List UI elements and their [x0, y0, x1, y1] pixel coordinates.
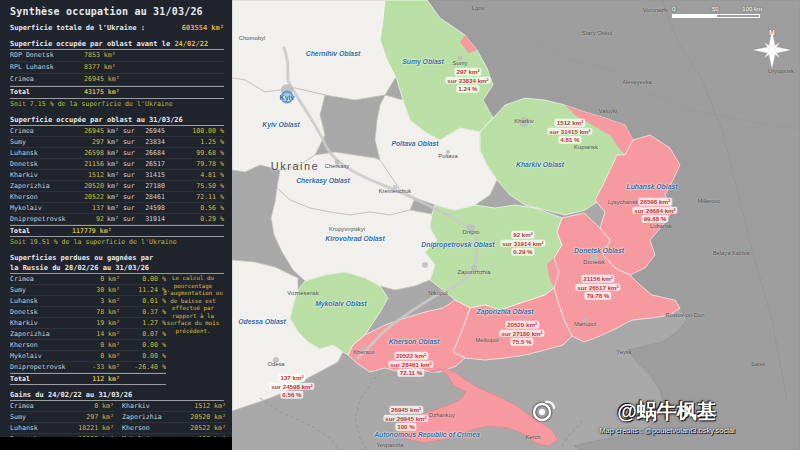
section-before-share-line: Soit 7.15 % de la superficie de l'Ukrain…: [10, 99, 224, 110]
row-occupied-value: 26945: [72, 126, 104, 136]
row-delta-percent: 0.37 %: [120, 307, 166, 317]
row-delta-value: 30 km²: [80, 285, 120, 295]
city-label: Rostov-on-Don: [666, 312, 705, 318]
compass-rose: N: [752, 28, 792, 37]
oblast-label: Dnipropetrovsk Oblast: [421, 241, 494, 248]
stat-row: Kherson 20522 km²: [122, 423, 226, 434]
row-unit: km² sur: [104, 126, 137, 136]
row-delta-value: 3 km²: [80, 296, 120, 306]
stat-occupied-line: 92 km²: [511, 231, 535, 239]
map-svg: [232, 0, 800, 450]
stat-row: Kharkiv 19 km² 1.27 %: [10, 318, 166, 329]
section-gains-header: Gains du 24/02/22 au 31/03/26: [10, 390, 224, 401]
stat-row: Luhansk 3 km² 0.01 %: [10, 296, 166, 307]
city-label: Odesa: [267, 361, 284, 367]
row-label: Kharkiv: [10, 318, 80, 328]
row-occupied-value: 20522: [72, 192, 104, 202]
stat-occupied-line: 297 km²: [454, 68, 481, 76]
stat-row: Crimea 0 km²: [10, 401, 114, 412]
city-label: Yeysk: [616, 349, 631, 355]
stat-row: Zaporizhia 14 km² 0.07 %: [10, 329, 166, 340]
row-delta-percent: 1.27 %: [120, 318, 166, 328]
row-label: Sumy: [10, 285, 80, 295]
compass-rose-icon: [752, 28, 792, 72]
row-unit: km² sur: [104, 192, 137, 202]
city-label: Poltava: [438, 153, 457, 159]
section-current-total: Total 117779 km²: [10, 225, 224, 237]
section-monthly-delta: Superficies perdues ou gagnées par la Ru…: [10, 253, 224, 385]
stat-row: Sumy 30 km² 11.24 %: [10, 285, 166, 296]
stat-row: Luhansk 18221 km²: [10, 423, 114, 434]
row-unit: km² sur: [104, 159, 137, 169]
oblast-label: Kherson Oblast: [389, 338, 440, 345]
stat-total-line: sur 28461 km²: [388, 360, 433, 368]
map-canvas: Ukraine Kyiv Chernihiv Oblast Sumy Oblas…: [232, 0, 800, 450]
row-occupied-value: 137: [72, 203, 104, 213]
watermark-handle: @蜗牛枫基: [617, 398, 717, 425]
city-label: Kropyvnytskyi: [329, 226, 365, 232]
stat-total-line: sur 31914 km²: [500, 239, 545, 247]
percentage-method-note: Le calcul du pourcentage d'augmentation …: [162, 275, 224, 335]
total-area-label: Superficie totale de l'Ukraine :: [10, 23, 182, 34]
city-label: Voznesensk: [287, 290, 318, 296]
oblast-label: Odessa Oblast: [238, 318, 286, 325]
city-label: Voronezh: [643, 7, 668, 13]
row-delta-value: 14 km²: [80, 329, 120, 339]
row-label: Zaporizhia: [122, 412, 180, 422]
stat-occupied-line: 137 km²: [278, 374, 305, 382]
row-delta-value: 78 km²: [80, 307, 120, 317]
oblast-label: Mykolaiv Oblast: [315, 300, 367, 307]
section-current-header: Superficie occupée par oblast au 31/03/2…: [10, 115, 224, 126]
row-label: Zaporizhia: [10, 329, 80, 339]
row-percent: 100.00 %: [165, 126, 224, 136]
kyiv-city-label: Kyiv: [280, 94, 295, 101]
row-label: Crimea: [10, 74, 84, 85]
ukraine-total-area-line: Superficie totale de l'Ukraine : 603554 …: [10, 23, 224, 34]
section-before-header: Superficie occupée par oblast avant le 2…: [10, 39, 224, 50]
row-label: Dnipropetrovsk: [10, 214, 72, 224]
city-label: Kremenchuk: [379, 188, 412, 194]
row-label: Kherson: [10, 340, 80, 350]
stat-occupied-line: 20522 km²: [394, 352, 428, 360]
city-label: Millerovo: [697, 198, 720, 204]
row-delta-value: -33 km²: [80, 362, 120, 372]
row-percent: 79.78 %: [165, 159, 224, 169]
row-oblast-total: 24598: [137, 203, 165, 213]
occupation-stat-label: 137 km² sur 24598 km² 0.56 %: [269, 374, 314, 399]
row-label: Crimea: [10, 274, 80, 284]
row-label: Kherson: [122, 423, 180, 433]
city-label: Kharkiv: [514, 118, 533, 124]
stat-row: Kherson 20522 km² sur 28461 72.11 %: [10, 192, 224, 203]
row-oblast-total: 31415: [137, 170, 165, 180]
city-label: Dzhankoy: [429, 412, 455, 418]
occupation-stat-label: 20520 km² sur 27180 km² 75.5 %: [499, 321, 544, 346]
oblast-label: Kirovohrad Oblast: [325, 235, 384, 242]
row-percent: 75.50 %: [165, 181, 224, 191]
row-label: RPL Luhansk: [10, 62, 84, 73]
row-oblast-total: 28461: [137, 192, 165, 202]
row-unit: km² sur: [104, 181, 137, 191]
occupation-stat-label: 1512 km² sur 31415 km² 4.81 %: [547, 119, 592, 144]
row-value: 1512 km²: [180, 401, 226, 411]
oblast-label: Cherkasy Oblast: [296, 177, 350, 184]
row-value: 20522 km²: [180, 423, 226, 433]
stats-sidebar: Synthèse occupation au 31/03/26 Superfic…: [0, 0, 232, 437]
stat-row: RPL Luhansk 8377 km²: [10, 62, 224, 74]
row-label: Dnipropetrovsk: [10, 362, 80, 372]
total-value: 112 km²: [80, 374, 120, 384]
row-label: Luhansk: [10, 148, 72, 158]
row-unit: km² sur: [104, 203, 137, 213]
stat-row: RDP Donetsk 7853 km²: [10, 50, 224, 62]
row-value: 8377 km²: [84, 62, 124, 73]
stat-row: Crimea 26945 km² sur 26945 100.00 %: [10, 126, 224, 137]
total-value: 43175 km²: [84, 87, 124, 98]
stat-row: Kherson 0 km² 0.00 %: [10, 340, 166, 351]
row-value: 20520 km²: [180, 412, 226, 422]
city-label: Chornobyl: [239, 35, 265, 41]
stat-row: Mykolaiv 0 km² 0.00 %: [10, 351, 166, 362]
row-delta-percent: 11.24 %: [120, 285, 166, 295]
row-delta-percent: 0.00 %: [120, 274, 166, 284]
city-label: Cherkasy: [325, 163, 349, 169]
section-delta-total: Total 112 km²: [10, 373, 166, 385]
city-label: Lgov: [472, 5, 485, 11]
